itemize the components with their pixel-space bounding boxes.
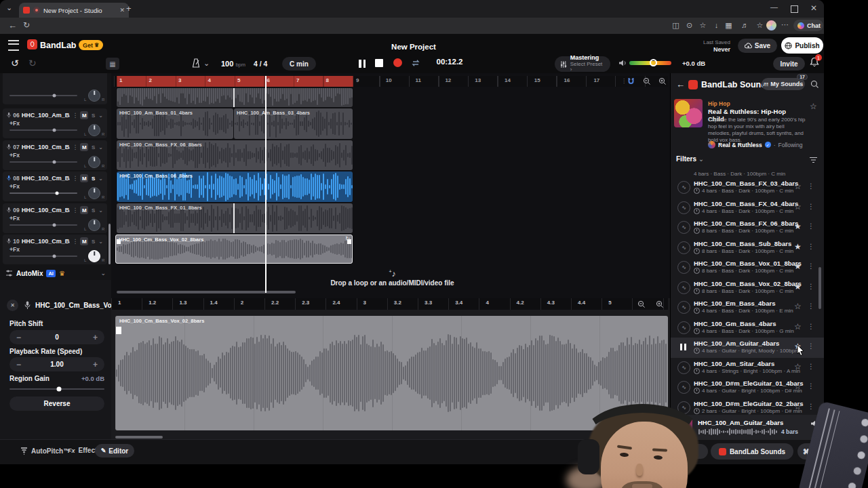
window-close-button[interactable]: ✕ [810,4,817,12]
profile-avatar[interactable] [766,20,776,30]
fx-label[interactable]: +Fx [9,215,20,222]
fx-label[interactable]: +Fx [9,152,20,159]
sounds-search-icon[interactable] [810,80,819,89]
mute-button[interactable]: M [80,111,88,119]
sample-row[interactable]: ∿ HHC_100_Cm_Bass_Vox_02_8bars 8 bars · … [671,278,818,298]
playhead[interactable] [265,76,267,293]
sample-loop-icon[interactable]: ∿ [677,301,690,314]
sample-loop-icon[interactable]: ∿ [677,241,690,254]
new-tab-button[interactable]: + [126,4,132,13]
brand-name[interactable]: BandLab [40,41,76,50]
pack-artist-row[interactable]: Real & Ruthless ✓ · Following [708,141,802,148]
sample-row[interactable]: ∿ HHC_100_Cm_Bass_FX_06_8bars 8 bars · B… [671,218,818,238]
track-card-08[interactable]: 08 HHC_100_Cm_Bass... ⋮ M S ⌄ +Fx LR [3,171,107,201]
editor-clip-handle[interactable] [116,327,121,334]
track-chevron-icon[interactable]: ⌄ [98,239,103,245]
reverse-button[interactable]: Reverse [9,396,104,411]
pitch-plus-button[interactable]: + [93,333,98,342]
mute-button[interactable]: M [80,237,88,245]
sample-loop-icon[interactable]: ∿ [677,181,690,194]
track-menu-icon[interactable]: ⋮ [72,207,78,214]
sample-menu-icon[interactable]: ⋮ [808,363,814,370]
sample-star-icon[interactable]: ☆ [794,322,802,331]
notifications-bell[interactable]: 1 [810,57,819,67]
drop-zone[interactable]: +♪ Drop a loop or an audio/MIDI/video fi… [117,266,668,291]
pitch-minus-button[interactable]: − [16,333,21,342]
download-icon[interactable]: ↓ [711,22,722,29]
invite-button[interactable]: Invite [773,57,805,70]
music-note-extension-icon[interactable]: ♬ [739,22,751,29]
zoom-in-icon[interactable] [658,77,667,85]
chat-button[interactable]: Chat [793,20,823,31]
fx-label[interactable]: +Fx [9,120,20,127]
track-menu-icon[interactable]: ⋮ [72,112,78,119]
sample-star-icon[interactable]: ☆ [794,182,802,191]
publish-button[interactable]: Publish [781,37,823,54]
favorites-star-icon[interactable]: ☆ [697,22,709,29]
track-volume-slider[interactable] [9,192,77,194]
sample-loop-icon[interactable]: ∿ [677,221,690,234]
bpm-value[interactable]: 100 bpm [221,60,245,68]
clip-am-bass-01[interactable]: HHC_100_Am_Bass_01_4bars [117,108,233,139]
sample-menu-icon[interactable]: ⋮ [808,342,814,350]
sample-row[interactable]: ∿ HHC_100_Cm_Bass_Vox_01_8bars 8 bars · … [671,258,818,278]
zoom-out-icon[interactable] [643,77,651,85]
sample-star-icon[interactable]: ☆ [794,382,802,391]
sample-row[interactable]: ∿ HHC_100_Gm_Bass_4bars 4 bars · Bass · … [671,318,818,338]
piano-extension-icon[interactable]: ▦ [723,22,734,29]
solo-button[interactable]: S [90,113,96,119]
track-menu-icon[interactable]: ⋮ [72,144,78,150]
sample-row[interactable]: ∿ HHC_100_Cm_Bass_FX_04_4bars 4 bars · B… [671,198,818,218]
metronome-icon[interactable] [191,58,201,68]
mute-button[interactable]: M [80,206,88,214]
sample-menu-icon[interactable]: ⋮ [808,262,814,270]
track-volume-slider[interactable] [9,161,77,163]
time-signature[interactable]: 4 / 4 [254,60,267,68]
sample-loop-icon[interactable]: ∿ [677,201,690,214]
editor-tab-button[interactable]: ✎Editor [95,444,134,458]
pan-knob[interactable] [88,187,100,199]
tab-search-chevron-icon[interactable]: ⌄ [6,4,12,12]
editor-hscrollbar[interactable] [115,436,163,439]
track-menu-icon[interactable]: ⋮ [72,175,78,182]
track-volume-slider[interactable] [9,129,77,131]
snap-magnet-icon[interactable] [627,77,635,85]
bandlab-logo[interactable]: ⬯ [27,39,37,49]
pitch-shift-stepper[interactable]: − 0 + [9,330,104,344]
mute-button[interactable]: M [80,174,88,182]
loop-region[interactable] [117,76,353,87]
save-button[interactable]: Save [738,39,777,53]
autopitch-button[interactable]: AutoPitch™ [20,447,70,455]
sample-menu-icon[interactable]: ⋮ [808,382,814,390]
loop-button[interactable] [411,59,420,67]
fx-label[interactable]: +Fx [9,246,20,253]
sample-loop-icon[interactable]: ∿ [677,281,690,294]
browser-tab[interactable]: New Project - Studio ✕ [19,3,129,18]
clip-loop-icon[interactable]: ↻ [345,236,350,242]
solo-button[interactable]: S [90,239,96,245]
volume-knob[interactable] [650,59,657,66]
sample-menu-icon[interactable]: ⋮ [808,203,814,210]
track-menu-icon[interactable]: ⋮ [72,238,78,245]
automix-chevron-icon[interactable]: ⌄ [100,270,106,277]
pan-knob[interactable] [88,156,100,168]
close-region-button[interactable]: ✕ [7,300,18,311]
track-card-09[interactable]: 09 HHC_100_Cm_Bass... ⋮ M S ⌄ +Fx LR [3,203,107,233]
sounds-back-icon[interactable]: ← [676,80,685,89]
window-minimize-button[interactable]: — [770,3,778,11]
track-card-partial[interactable]: LR [3,73,107,104]
playback-rate-stepper[interactable]: − 1.00 + [9,357,104,371]
back-button[interactable]: ← [8,21,17,30]
solo-button[interactable]: S [90,176,96,182]
track-chevron-icon[interactable]: ⌄ [98,113,103,119]
editor-zoom-out-icon[interactable] [637,300,646,308]
samples-scrollbar[interactable] [818,267,821,309]
tracks-scrollbar[interactable] [108,224,111,264]
track-volume-slider[interactable] [9,224,77,226]
tab-close-icon[interactable]: ✕ [119,7,125,14]
key-selector[interactable]: C min [282,57,316,70]
sample-star-icon[interactable]: ☆ [794,402,802,411]
pan-knob[interactable] [88,124,100,136]
more-menu-icon[interactable]: ⋯ [781,21,789,28]
sample-menu-icon[interactable]: ⋮ [808,222,814,230]
